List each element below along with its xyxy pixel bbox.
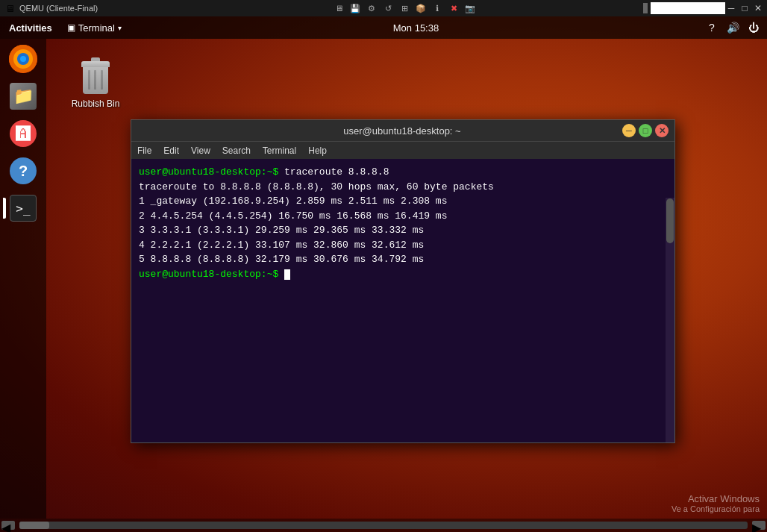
qemu-logo-icon: 🖥 xyxy=(3,1,16,15)
terminal-output-2: 1 _gateway (192.168.9.254) 2.859 ms 2.51… xyxy=(139,194,667,209)
sidebar-dock: 📁 🅰 ? >_ xyxy=(0,39,46,519)
qemu-tool-monitor[interactable]: 🖥 xyxy=(331,1,346,15)
scrollbar-thumb[interactable] xyxy=(19,522,49,529)
ubuntu-panel: Activities ▣ Terminal ▾ Mon 15:38 ? 🔊 ⏻ xyxy=(0,16,767,39)
terminal-window: user@ubuntu18-desktop: ~ ─ □ ✕ File Edit… xyxy=(131,119,675,443)
app-menu[interactable]: ▣ Terminal ▾ xyxy=(61,22,128,34)
sidebar-item-terminal[interactable]: >_ xyxy=(6,191,40,225)
svg-point-3 xyxy=(20,56,26,62)
qemu-title: QEMU (Cliente-Final) xyxy=(19,4,331,13)
help-icon[interactable]: ? xyxy=(704,20,719,35)
terminal-icon: >_ xyxy=(10,195,37,222)
bottom-bar: ◀ ▶ xyxy=(0,519,767,532)
qemu-tool-camera[interactable]: 📷 xyxy=(463,1,478,15)
terminal-close-button[interactable]: ✕ xyxy=(655,124,669,137)
terminal-scrollbar[interactable] xyxy=(666,198,674,442)
qemu-tool-floppy[interactable]: 💾 xyxy=(348,1,363,15)
rubbish-bin-label: Rubbish Bin xyxy=(72,98,120,109)
help-icon: ? xyxy=(10,157,37,184)
sidebar-item-firefox[interactable] xyxy=(6,42,40,76)
qemu-close-button[interactable]: ✕ xyxy=(752,2,764,14)
activate-windows-line1: Activar Windows xyxy=(671,493,760,504)
qemu-toolbar: 🖥 💾 ⚙ ↺ ⊞ 📦 ℹ ✖ 📷 xyxy=(331,1,643,15)
terminal-minimize-button[interactable]: ─ xyxy=(622,124,636,137)
scroll-left-button[interactable]: ◀ xyxy=(1,521,15,530)
terminal-maximize-button[interactable]: □ xyxy=(639,124,652,137)
terminal-menu-terminal[interactable]: Terminal xyxy=(263,145,296,156)
terminal-window-controls: ─ □ ✕ xyxy=(622,124,669,137)
terminal-titlebar: user@ubuntu18-desktop: ~ ─ □ ✕ xyxy=(131,120,674,141)
firefox-icon xyxy=(9,45,37,73)
sidebar-item-help[interactable]: ? xyxy=(6,154,40,188)
panel-clock[interactable]: Mon 15:38 xyxy=(128,22,704,34)
terminal-window-title: user@ubuntu18-desktop: ~ xyxy=(182,125,622,137)
trash-lid xyxy=(81,61,110,67)
terminal-menu-view[interactable]: View xyxy=(191,145,210,156)
trash-icon-image xyxy=(78,60,113,96)
app-menu-label: Terminal xyxy=(78,22,115,34)
terminal-output-5: 4 2.2.2.1 (2.2.2.1) 33.107 ms 32.860 ms … xyxy=(139,238,667,253)
appcenter-icon: 🅰 xyxy=(10,120,37,147)
files-icon: 📁 xyxy=(10,83,37,110)
terminal-menu-edit[interactable]: Edit xyxy=(163,145,179,156)
qemu-search-input[interactable] xyxy=(651,2,725,14)
audio-icon[interactable]: 🔊 xyxy=(725,20,740,35)
activities-button[interactable]: Activities xyxy=(0,16,61,39)
scroll-right-button[interactable]: ▶ xyxy=(752,521,766,530)
terminal-body[interactable]: user@ubuntu18-desktop:~$ traceroute 8.8.… xyxy=(131,159,674,442)
terminal-output-3: 2 4.4.5.254 (4.4.5.254) 16.750 ms 16.568… xyxy=(139,209,667,224)
qemu-tool-gear[interactable]: ⚙ xyxy=(364,1,379,15)
sidebar-item-files[interactable]: 📁 xyxy=(6,79,40,113)
terminal-output-1: traceroute to 8.8.8.8 (8.8.8.8), 30 hops… xyxy=(139,180,667,195)
terminal-menu-file[interactable]: File xyxy=(137,145,151,156)
qemu-tool-windows[interactable]: ⊞ xyxy=(397,1,412,15)
qemu-tool-refresh[interactable]: ↺ xyxy=(381,1,395,15)
qemu-minimize-button[interactable]: ─ xyxy=(725,2,737,14)
terminal-prompt-final: user@ubuntu18-desktop:~$ xyxy=(139,269,284,280)
terminal-line-0: user@ubuntu18-desktop:~$ traceroute 8.8.… xyxy=(139,165,667,180)
terminal-output-4: 3 3.3.3.1 (3.3.3.1) 29.259 ms 29.365 ms … xyxy=(139,223,667,238)
terminal-cmd-0: traceroute 8.8.8.8 xyxy=(284,166,389,178)
qemu-tool-storage[interactable]: 📦 xyxy=(413,1,428,15)
qemu-window-controls: ─ □ ✕ xyxy=(725,2,764,14)
qemu-tool-stop[interactable]: ✖ xyxy=(446,1,461,15)
trash-body xyxy=(83,67,108,94)
qemu-bar: 🖥 QEMU (Cliente-Final) 🖥 💾 ⚙ ↺ ⊞ 📦 ℹ ✖ 📷… xyxy=(0,0,767,16)
terminal-menubar: File Edit View Search Terminal Help xyxy=(131,141,674,159)
horizontal-scrollbar[interactable] xyxy=(19,522,748,529)
terminal-output-6: 5 8.8.8.8 (8.8.8.8) 32.179 ms 30.676 ms … xyxy=(139,252,667,267)
terminal-cursor xyxy=(284,269,290,280)
activate-windows-watermark: Activar Windows Ve a Configuración para xyxy=(671,493,760,513)
sidebar-item-appcenter[interactable]: 🅰 xyxy=(6,116,40,151)
desktop: 🖥 QEMU (Cliente-Final) 🖥 💾 ⚙ ↺ ⊞ 📦 ℹ ✖ 📷… xyxy=(0,0,767,532)
rubbish-bin-icon[interactable]: Rubbish Bin xyxy=(66,60,125,109)
terminal-prompt-0: user@ubuntu18-desktop:~$ xyxy=(139,166,284,178)
terminal-menu-help[interactable]: Help xyxy=(308,145,327,156)
qemu-maximize-button[interactable]: □ xyxy=(739,2,751,14)
panel-right-icons: ? 🔊 ⏻ xyxy=(704,20,767,35)
terminal-menu-search[interactable]: Search xyxy=(222,145,251,156)
active-indicator xyxy=(3,198,6,219)
qemu-tool-info[interactable]: ℹ xyxy=(430,1,445,15)
activate-windows-line2: Ve a Configuración para xyxy=(671,504,760,513)
terminal-prompt-end: user@ubuntu18-desktop:~$ xyxy=(139,267,667,282)
terminal-scrollbar-thumb[interactable] xyxy=(666,198,674,243)
power-icon[interactable]: ⏻ xyxy=(746,20,761,35)
